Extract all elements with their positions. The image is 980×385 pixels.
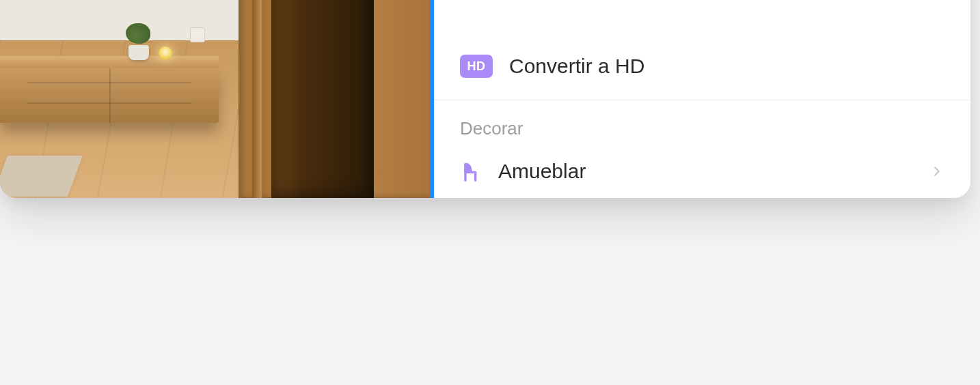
actions-menu: HD Convertir a HD Decorar Amueblar bbox=[434, 0, 970, 198]
room-plant bbox=[123, 30, 153, 60]
furnish-button[interactable]: Amueblar bbox=[434, 145, 970, 198]
furnish-label: Amueblar bbox=[498, 160, 913, 183]
drawer-line bbox=[27, 102, 191, 104]
chevron-right-icon bbox=[929, 164, 944, 179]
room-outlet bbox=[190, 27, 205, 42]
room-lamp bbox=[159, 46, 172, 60]
room-illustration bbox=[0, 0, 430, 198]
content-wrap: HD Convertir a HD Decorar Amueblar bbox=[0, 0, 970, 198]
room-shelf bbox=[0, 68, 219, 123]
convert-hd-button[interactable]: HD Convertir a HD bbox=[434, 40, 970, 93]
drawer-line bbox=[27, 82, 191, 83]
section-header-decorate: Decorar bbox=[434, 100, 970, 145]
editor-card: HD Convertir a HD Decorar Amueblar bbox=[0, 0, 970, 198]
room-door bbox=[239, 0, 430, 198]
chair-icon bbox=[460, 160, 482, 182]
convert-hd-label: Convertir a HD bbox=[509, 55, 944, 78]
room-door-opening bbox=[271, 0, 374, 198]
hd-badge-icon: HD bbox=[460, 55, 493, 78]
preview-image-pane[interactable] bbox=[0, 0, 434, 198]
